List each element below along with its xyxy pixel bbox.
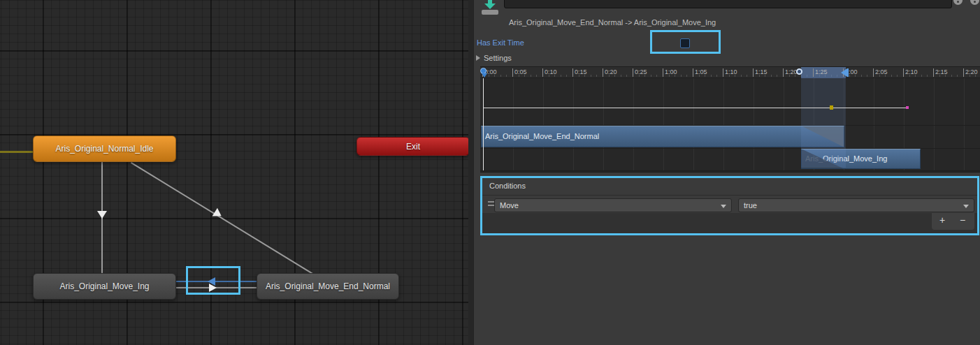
conditions-header: Conditions [489, 182, 526, 190]
conditions-panel: Conditions Move true + − [480, 176, 979, 235]
timeline-grid-line [543, 78, 544, 170]
state-node-label: Aris_Original_Move_Ing [59, 281, 149, 291]
blend-marker-yellow[interactable] [830, 105, 833, 110]
conditions-list-footer-area [482, 213, 977, 233]
timeline-grid-line [723, 78, 724, 170]
add-condition-button[interactable]: + [933, 214, 951, 227]
transition-title: Aris_Original_Move_End_Normal -> Aris_Or… [509, 18, 716, 27]
state-machine-canvas[interactable]: Aris_Original_Normal_Idle Exit Aris_Orig… [0, 0, 468, 345]
clip-preview-line [483, 108, 909, 108]
divider [482, 195, 977, 196]
transition-arrow-icon [97, 211, 107, 219]
state-node-label: Aris_Original_Move_End_Normal [266, 281, 390, 291]
foldout-arrow-icon [476, 55, 480, 61]
entry-transition-line[interactable] [0, 151, 33, 153]
gear-icon[interactable] [970, 0, 979, 5]
animator-window: Aris_Original_Normal_Idle Exit Aris_Orig… [0, 0, 980, 345]
timeline-body[interactable]: Aris_Original_Move_End_Normal Aris_Origi… [480, 78, 980, 172]
conditions-footer: + − [932, 213, 974, 230]
timeline-grid-line [934, 78, 935, 170]
clip-end-marker-magenta[interactable] [906, 106, 909, 109]
condition-value: true [744, 201, 757, 210]
animator-transition-icon [482, 0, 498, 15]
state-node-idle[interactable]: Aris_Original_Normal_Idle [33, 135, 176, 162]
timeline-grid-line [633, 78, 634, 170]
chevron-down-icon [963, 205, 969, 208]
clip-bar-label: Aris_Original_Move_End_Normal [485, 132, 599, 140]
state-node-move-end-normal[interactable]: Aris_Original_Move_End_Normal [257, 273, 399, 300]
timeline-grid-line [784, 78, 784, 170]
has-exit-time-checkbox[interactable] [680, 38, 690, 48]
timeline-ruler[interactable]: 0:000:050:100:150:200:251:001:051:101:15… [480, 67, 980, 78]
condition-parameter-value: Move [500, 201, 519, 210]
has-exit-time-label: Has Exit Time [477, 38, 524, 47]
timeline-grid-line [663, 78, 664, 170]
transition-start-marker[interactable] [796, 68, 802, 75]
state-node-label: Exit [406, 142, 420, 152]
timeline-grid-line [964, 78, 965, 170]
state-node-move-ing[interactable]: Aris_Original_Move_Ing [33, 273, 176, 300]
state-node-label: Aris_Original_Normal_Idle [55, 144, 153, 154]
timeline-grid-line [603, 78, 604, 170]
timeline-grid-line [573, 78, 574, 170]
chevron-down-icon [721, 205, 726, 208]
settings-label: Settings [484, 54, 512, 62]
transition-timeline[interactable]: 0:000:050:100:150:200:251:001:051:101:15… [480, 66, 980, 172]
transition-idle-to-moveend[interactable] [131, 162, 313, 274]
panel-divider [468, 0, 473, 345]
condition-value-dropdown[interactable]: true [738, 198, 974, 212]
timeline-grid-line [513, 78, 514, 170]
transition-name-field[interactable] [504, 0, 952, 8]
condition-parameter-dropdown[interactable]: Move [494, 198, 732, 212]
timeline-grid-line [754, 78, 754, 170]
help-icon[interactable] [953, 0, 963, 5]
state-node-exit[interactable]: Exit [356, 137, 470, 156]
transition-inspector: Aris_Original_Move_End_Normal -> Aris_Or… [473, 0, 980, 345]
clip-bar-move-end-normal[interactable]: Aris_Original_Move_End_Normal [481, 126, 844, 147]
transition-duration-band-body [801, 78, 846, 168]
remove-condition-button[interactable]: − [953, 214, 972, 227]
timeline-grid-line [693, 78, 694, 170]
playhead-line[interactable] [483, 78, 484, 170]
transition-selection-highlight [186, 266, 240, 295]
settings-foldout[interactable]: Settings [476, 54, 512, 62]
